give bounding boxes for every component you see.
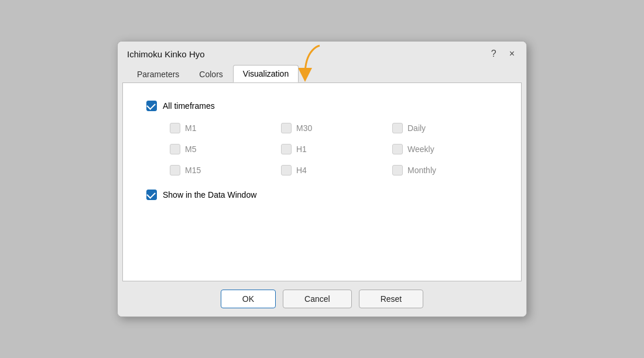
timeframe-monthly: Monthly xyxy=(392,165,498,175)
all-timeframes-row: All timeframes xyxy=(146,101,498,111)
show-data-window-row: Show in the Data Window xyxy=(146,190,498,200)
tab-colors[interactable]: Colors xyxy=(189,66,232,82)
timeframe-h1: H1 xyxy=(281,144,386,154)
checkbox-daily[interactable] xyxy=(392,123,403,133)
ok-button[interactable]: OK xyxy=(221,290,276,308)
label-m30: M30 xyxy=(296,123,312,133)
tab-visualization[interactable]: Visualization xyxy=(233,65,299,82)
timeframe-h4: H4 xyxy=(281,165,386,175)
label-m5: M5 xyxy=(185,144,196,154)
cancel-button[interactable]: Cancel xyxy=(283,290,352,308)
label-daily: Daily xyxy=(407,123,426,133)
label-h4: H4 xyxy=(296,166,307,175)
label-m1: M1 xyxy=(185,123,196,133)
tab-bar: Parameters Colors Visualization xyxy=(118,60,526,82)
checkbox-h4[interactable] xyxy=(281,165,292,175)
checkbox-m1[interactable] xyxy=(170,123,180,133)
dialog: Ichimoku Kinko Hyo ? × Parameters Colors… xyxy=(117,41,527,317)
label-m15: M15 xyxy=(185,166,201,175)
show-data-window-label: Show in the Data Window xyxy=(163,190,256,199)
checkbox-h1[interactable] xyxy=(281,144,292,154)
checkbox-m30[interactable] xyxy=(281,123,292,133)
content-area: All timeframes M1 M30 Daily M5 xyxy=(122,82,522,281)
checkbox-m5[interactable] xyxy=(170,144,180,154)
timeframe-daily: Daily xyxy=(392,123,498,133)
title-bar: Ichimoku Kinko Hyo ? × xyxy=(118,42,526,60)
timeframes-grid: M1 M30 Daily M5 H1 xyxy=(170,123,498,175)
help-button[interactable]: ? xyxy=(489,47,499,60)
show-data-window-checkbox[interactable] xyxy=(146,190,157,200)
timeframe-m15: M15 xyxy=(170,165,275,175)
timeframe-m1: M1 xyxy=(170,123,275,133)
checkbox-monthly[interactable] xyxy=(392,165,403,175)
dialog-title: Ichimoku Kinko Hyo xyxy=(127,49,205,59)
all-timeframes-checkbox[interactable] xyxy=(146,101,157,111)
timeframe-m30: M30 xyxy=(281,123,386,133)
title-controls: ? × xyxy=(489,47,517,60)
label-h1: H1 xyxy=(296,144,307,154)
all-timeframes-label: All timeframes xyxy=(163,101,215,111)
tab-parameters[interactable]: Parameters xyxy=(127,66,189,82)
reset-button[interactable]: Reset xyxy=(359,290,424,308)
label-weekly: Weekly xyxy=(407,144,434,154)
timeframe-weekly: Weekly xyxy=(392,144,498,154)
timeframe-m5: M5 xyxy=(170,144,275,154)
footer: OK Cancel Reset xyxy=(118,281,526,316)
label-monthly: Monthly xyxy=(407,166,436,175)
checkbox-m15[interactable] xyxy=(170,165,180,175)
close-button[interactable]: × xyxy=(507,47,517,60)
checkbox-weekly[interactable] xyxy=(392,144,403,154)
